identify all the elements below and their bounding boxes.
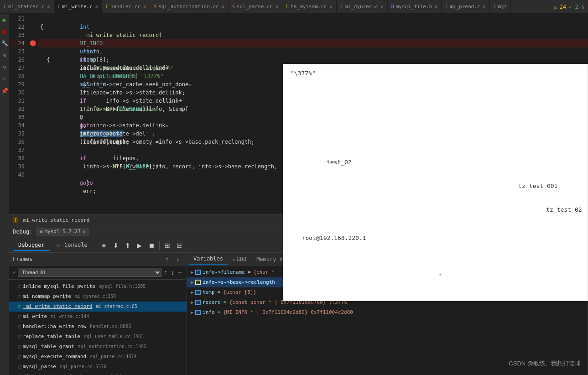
frame-mi-write[interactable]: □ mi_write mi_write.c:144: [9, 312, 187, 322]
var-tab-gdb[interactable]: ▷GDB: [229, 254, 251, 264]
wrench-icon[interactable]: 🔧: [0, 39, 9, 47]
step-in-btn[interactable]: ⬇: [111, 240, 121, 250]
var-icon-box5: [195, 310, 201, 315]
run-icon[interactable]: ▶: [0, 16, 9, 24]
close-brace: }: [80, 180, 90, 186]
breakpoint-icon[interactable]: ●: [0, 27, 9, 36]
frame-inline-mysql[interactable]: □ inline_mysql_file_pwrite mysql_file.h:…: [9, 281, 187, 292]
frame-name6: replace_table_table: [23, 332, 80, 342]
eye-icon[interactable]: ⊙: [0, 63, 9, 71]
debug-session[interactable]: ● mysql-5.7.27 ×: [36, 228, 89, 236]
frame-file4: mi_write.c:144: [51, 312, 89, 322]
warnings-area: ⚠ 24 ✓ 2 ∧: [554, 4, 588, 10]
tab-sql-parse[interactable]: S sql_parse.cc ×: [229, 0, 283, 14]
gutter: 🔴: [28, 14, 37, 214]
thread-up[interactable]: ↑: [163, 268, 168, 277]
brace-open: {: [40, 24, 43, 30]
tab-mysql-file[interactable]: H mysql_file.h ×: [388, 0, 442, 14]
tab-sql-auth[interactable]: S sql_authorization.cc ×: [150, 0, 229, 14]
left-sidebar: ▶ ● 🔧 ⚙ ⊙ ⋯ 📌: [0, 14, 9, 375]
tab-close-mysqlfile[interactable]: ×: [435, 4, 437, 9]
var-eq5: =: [218, 307, 221, 318]
step-out-btn[interactable]: ⬆: [123, 240, 133, 250]
frame-mysql-table-grant[interactable]: □ mysql_table_grant sql_authorization.cc…: [9, 342, 187, 352]
tab-handler[interactable]: C handler.cc ×: [102, 0, 150, 14]
frame-mi-write-static[interactable]: □ _mi_write_static_record mi_statrec.c:6…: [9, 302, 187, 312]
tab-close-sqlauth[interactable]: ×: [222, 4, 224, 9]
tab-close-hamyisam[interactable]: ×: [330, 4, 333, 9]
step-over-btn[interactable]: ≡: [99, 240, 109, 250]
tab-bar: C mi_statrec.c × C mi_write.c × C handle…: [0, 0, 588, 14]
frame-replace-table[interactable]: □ replace_table_table sql_user_table.cc:…: [9, 332, 187, 342]
frame-file: mysql_file.h:1205: [99, 281, 146, 292]
tab-mys[interactable]: C mys: [490, 0, 511, 14]
frame-icon9: □: [18, 362, 21, 372]
tab-close-mypread[interactable]: ×: [483, 4, 485, 9]
tab-my-pread[interactable]: C my_pread.c ×: [442, 0, 489, 14]
run-btn[interactable]: ▶: [135, 240, 145, 250]
more-icon[interactable]: ⋯: [0, 75, 9, 83]
tab-close-active[interactable]: ×: [95, 4, 98, 9]
stop-btn[interactable]: ⏹: [146, 240, 156, 250]
frame-mi-nommap[interactable]: □ mi_nommap_pwrite mi_dynrec.c:250: [9, 292, 187, 302]
check-icon: ✓: [569, 4, 572, 10]
tab-ha-myisam[interactable]: C ha_myisam.cc ×: [282, 0, 337, 14]
list-btn[interactable]: ⊟: [174, 240, 184, 250]
tab-close[interactable]: ×: [47, 4, 50, 9]
frame-mysql-execute[interactable]: □ mysql_execute_command sql_parse.cc:407…: [9, 352, 187, 362]
tab-mi_write[interactable]: C mi_write.c ×: [54, 0, 102, 14]
var-item-info[interactable]: ▶ info = {MI_INFO * | 0x7f11004c2d80} 0x…: [187, 307, 588, 318]
pin-icon[interactable]: 📌: [0, 87, 9, 95]
frames-list: □ inline_mysql_file_pwrite mysql_file.h:…: [9, 280, 187, 375]
frame-name2: mi_nommap_pwrite: [23, 292, 71, 302]
tab-mi-dynrec[interactable]: C mi_dynrec.c ×: [337, 0, 388, 14]
frames-scroll-up[interactable]: ↑: [162, 254, 172, 264]
frames-scroll-down[interactable]: ↓: [173, 254, 183, 264]
var-name-filename: info->filename: [203, 267, 245, 277]
tab-label-mypread: my_pread.c: [450, 4, 480, 10]
var-icon-box2: [195, 280, 201, 285]
tab-close-sqlparse[interactable]: ×: [276, 4, 278, 9]
tab-label-active: mi_write.c: [62, 4, 93, 10]
frame-dispatch-command[interactable]: □ dispatch_command sql_parse.cc:1484: [9, 372, 187, 375]
frame-icon7: □: [18, 342, 21, 352]
var-arrow2: ▶: [191, 277, 193, 287]
console-tab[interactable]: ▷ Console: [52, 240, 93, 251]
tab-close-handler[interactable]: ×: [143, 4, 146, 9]
editor-with-sidebar: ▶ ● 🔧 ⚙ ⊙ ⋯ 📌 21 22 23 24 25 26 27 28: [0, 14, 588, 375]
frame-icon6: □: [18, 332, 21, 342]
frame-mysql-parse[interactable]: □ mysql_parse sql_parse.cc:5570: [9, 362, 187, 372]
thread-add[interactable]: +: [177, 267, 183, 277]
hover-root: root@192.168.220.1: [302, 234, 366, 241]
debugger-tab[interactable]: Debugger: [13, 240, 50, 251]
code-line-23: uchar temp[8]; /* max pointer length */ …: [37, 31, 588, 39]
debug-arrow-21: [28, 15, 37, 23]
frames-header: Frames ↑ ↓: [9, 253, 187, 266]
var-tab-variables[interactable]: Variables: [189, 254, 228, 265]
var-eq1: =: [248, 267, 251, 277]
var-arrow4: ▶: [191, 297, 193, 307]
check-count: 2: [575, 4, 578, 10]
tools-icon[interactable]: ⚙: [0, 51, 9, 59]
tab-label-mysqlfile: mysql_file.h: [396, 4, 432, 10]
breadcrumb-func-name: _mi_write_static_record: [20, 217, 89, 223]
tab-mi_statrec[interactable]: C mi_statrec.c ×: [0, 0, 54, 14]
frame-name9: mysql_parse: [23, 362, 56, 372]
code-line-24: if (info->s->state.dellink != HA_OFFSET_…: [37, 39, 588, 47]
grid-btn[interactable]: ⊞: [162, 240, 172, 250]
hover-quote: ": [438, 272, 442, 279]
tab-icon-c: C: [4, 4, 6, 9]
line-numbers: 21 22 23 24 25 26 27 28 29 30 31 32 33 3…: [9, 14, 28, 214]
thread-down[interactable]: ↓: [170, 268, 175, 277]
breadcrumb-item: f _mi_write_static_record: [13, 217, 89, 223]
tab-close-midynrec[interactable]: ×: [381, 4, 384, 9]
frame-file10: sql_parse.cc:1484: [75, 372, 121, 375]
var-eq4: =: [224, 297, 227, 307]
debug-close[interactable]: ×: [83, 229, 86, 235]
thread-dropdown[interactable]: Thread-30: [18, 268, 161, 277]
thread-check-icon: ✓: [13, 269, 16, 276]
expand-icon[interactable]: ∧: [581, 4, 584, 10]
hover-panel: "\377%" test_02 tz_test_001 tz_test_02 r…: [283, 64, 588, 301]
frame-handler-ha-write[interactable]: □ handler::ha_write_row handler.cc:8086: [9, 322, 187, 332]
var-name-record: record: [203, 297, 221, 307]
